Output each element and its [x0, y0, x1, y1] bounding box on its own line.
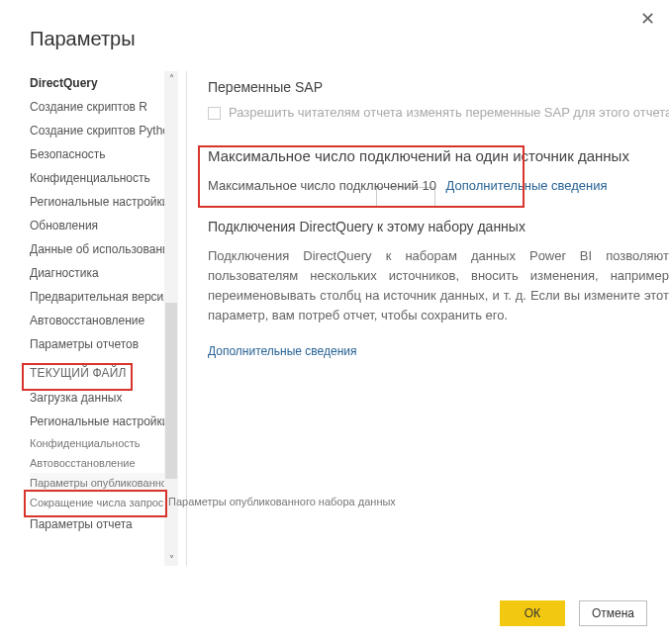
dialog-footer: ОК Отмена — [500, 600, 647, 626]
sidebar-item-report-settings[interactable]: Параметры отчетов — [30, 332, 178, 356]
sidebar: DirectQuery Создание скриптов R Создание… — [30, 71, 178, 566]
scroll-down-icon[interactable]: ˅ — [164, 552, 178, 566]
dq-more-link[interactable]: Дополнительные сведения — [208, 344, 356, 358]
sidebar-section-current-file: ТЕКУЩИЙ ФАЙЛ — [30, 356, 178, 386]
sidebar-item-published-dataset[interactable]: Параметры опубликованного набора данных — [30, 473, 178, 493]
dialog-title: Параметры — [30, 28, 136, 50]
sidebar-item-published-dataset-overflow: Параметры опубликованного набора данных — [168, 496, 396, 507]
sidebar-item-regional2[interactable]: Региональные настройки — [30, 410, 178, 433]
scroll-thumb[interactable] — [165, 303, 177, 479]
ok-button[interactable]: ОК — [500, 600, 565, 626]
sap-allow-label: Разрешить читателям отчета изменять пере… — [229, 105, 669, 120]
maxconn-more-link[interactable]: Дополнительные сведения — [446, 178, 608, 193]
vertical-divider — [186, 71, 187, 566]
sidebar-item-autorecover2[interactable]: Автовосстановление — [30, 453, 178, 473]
sap-variables-title: Переменные SAP — [208, 79, 669, 95]
sidebar-item-directquery[interactable]: DirectQuery — [30, 71, 178, 95]
sidebar-item-usage[interactable]: Данные об использовании — [30, 237, 178, 261]
sap-allow-checkbox[interactable] — [208, 107, 221, 120]
cancel-button[interactable]: Отмена — [579, 600, 647, 626]
maxconn-value: 10 — [422, 178, 435, 193]
sidebar-item-preview[interactable]: Предварительная версия функций — [30, 285, 178, 309]
sidebar-item-r-scripts[interactable]: Создание скриптов R — [30, 95, 178, 119]
content-pane: Переменные SAP Разрешить читателям отчет… — [208, 79, 669, 358]
sidebar-item-privacy2[interactable]: Конфиденциальность — [30, 433, 178, 453]
sidebar-item-privacy[interactable]: Конфиденциальность — [30, 166, 178, 190]
scroll-up-icon[interactable]: ˄ — [164, 71, 178, 85]
sidebar-item-report2[interactable]: Параметры отчета — [30, 512, 178, 536]
maxconn-title: Максимальное число подключений на один и… — [208, 147, 669, 164]
sidebar-item-query-reduction[interactable]: Сокращение числа запросов — [30, 493, 178, 512]
close-icon[interactable]: ✕ — [640, 10, 655, 28]
maxconn-label: Максимальное число подключений — [208, 178, 419, 193]
sidebar-item-diagnostics[interactable]: Диагностика — [30, 261, 178, 285]
sidebar-item-autorecover[interactable]: Автовосстановление — [30, 309, 178, 332]
dq-connections-paragraph: Подключения DirectQuery к наборам данных… — [208, 246, 669, 326]
sidebar-item-regional[interactable]: Региональные настройки — [30, 190, 178, 214]
sidebar-scrollbar[interactable]: ˄ ˅ — [164, 71, 178, 566]
sidebar-item-data-load[interactable]: Загрузка данных — [30, 386, 178, 410]
sidebar-item-python-scripts[interactable]: Создание скриптов Python — [30, 119, 178, 142]
sidebar-item-updates[interactable]: Обновления — [30, 214, 178, 237]
dq-connections-title: Подключения DirectQuery к этому набору д… — [208, 219, 669, 234]
sidebar-item-security[interactable]: Безопасность — [30, 142, 178, 166]
